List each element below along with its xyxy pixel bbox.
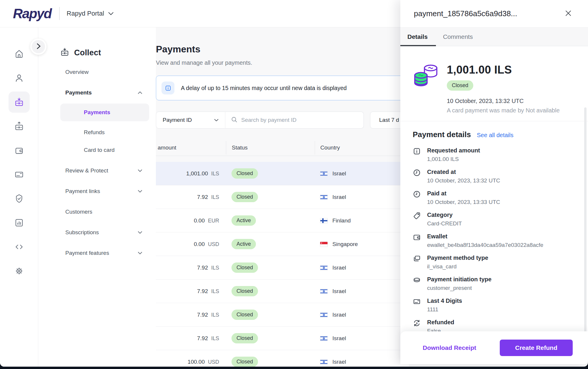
download-receipt-button[interactable]: Download Receipt [423,344,476,351]
currency-code: USD [208,241,219,247]
country-name: Israel [332,288,346,295]
sidebar-item-code[interactable] [9,236,30,257]
sidebar-item-label: Refunds [84,129,105,136]
see-all-details-link[interactable]: See all details [477,132,514,139]
collect-header: Collect [60,47,156,58]
sidebar-item-gear[interactable] [9,260,30,282]
sidebar-item-card-to-card[interactable]: Card to card [38,144,156,157]
sidebar-expand-button[interactable] [30,39,46,55]
detail-value: 1,001.00 ILS [427,156,480,162]
collect-sidebar: Collect OverviewPaymentsPaymentsRefundsC… [38,27,156,367]
sidebar-item-customers[interactable]: Customers [38,205,156,218]
sidebar-item-card[interactable] [9,164,30,185]
tab-details[interactable]: Details [400,28,436,46]
search-input[interactable] [241,117,358,123]
create-refund-button[interactable]: Create Refund [500,340,573,356]
search-field-selector[interactable]: Payment ID [156,112,225,129]
portal-switcher-label: Rapyd Portal [67,10,104,17]
status-badge: Active [231,239,256,249]
table-body: 1,001.00ILSClosedIsrael7.92ILSClosedIsra… [156,162,409,367]
currency-code: ILS [211,312,219,318]
country-cell: Israel [315,312,409,318]
detail-label: Payment method type [427,254,488,262]
table-row[interactable]: 7.92ILSClosedIsrael [156,303,409,327]
panel-header: payment_185786a5c6a9d38... [400,0,588,27]
table-row[interactable]: 7.92ILSClosedIsrael [156,185,409,209]
detail-item: Ewalletewallet_be4ba8f13da40caa59a7e0302… [413,233,576,248]
panel-scrollbar[interactable] [584,107,587,335]
payout-icon [14,121,24,131]
payment-summary: 1,001.00 ILS Closed 10 October, 2023, 13… [400,46,588,121]
sidebar-item-collect[interactable] [9,92,30,113]
israel-flag-icon [320,336,328,341]
currency-code: USD [208,359,219,365]
svg-text:$: $ [416,322,418,325]
currency-code: ILS [211,171,219,177]
table-row[interactable]: 100.00USDClosedIsrael [156,350,409,367]
sidebar-item-payments[interactable]: Payments [60,104,149,121]
sidebar-item-label: Subscriptions [65,229,99,236]
sidebar-item-user[interactable] [9,67,30,89]
tab-comments[interactable]: Comments [436,28,481,46]
sidebar-item-home[interactable] [9,43,30,64]
column-header-status[interactable]: Status [226,141,315,154]
column-header-country[interactable]: Country [315,141,409,154]
country-cell: Israel [315,170,409,177]
sidebar-item-payout[interactable] [9,116,30,137]
detail-item: Requested amount1,001.00 ILS [413,147,576,162]
country-name: Finland [332,217,351,224]
sidebar-item-subscriptions[interactable]: Subscriptions [38,226,156,239]
amount-value: 100.00 [188,359,205,365]
amount-value: 7.92 [197,194,208,200]
table-row[interactable]: 7.92ILSClosedIsrael [156,256,409,280]
table-row[interactable]: 0.00EURActiveFinland [156,209,409,232]
filters-row: Payment ID Last 7 d [156,112,409,129]
finland-flag-icon [320,218,328,223]
status-cell: Closed [226,310,315,320]
amount-cell: 7.92ILS [156,194,226,200]
table-row[interactable]: 7.92ILSClosedIsrael [156,327,409,350]
payment-description: A card payment was made by Not available [447,107,560,114]
column-header-amount[interactable]: amount [156,141,226,154]
israel-flag-icon [320,359,328,365]
status-cell: Closed [226,262,315,273]
main-content: Payments View and manage all your paymen… [156,27,409,367]
collect-icon [14,97,24,107]
code-icon [14,242,24,252]
sidebar-item-payments[interactable]: Payments [38,86,156,99]
sidebar-item-review-protect[interactable]: Review & Protect [38,164,156,177]
sidebar-item-label: Customers [65,209,92,215]
table-row[interactable]: 0.00USDActiveSingapore [156,232,409,256]
amount-cell: 100.00USD [156,359,226,365]
sidebar-item-refunds[interactable]: Refunds [38,126,156,139]
detail-label: Created at [427,168,500,176]
detail-item: Last 4 Digits1111 [413,297,576,313]
detail-value: 10 October, 2023, 13:32 UTC [427,177,500,184]
israel-flag-icon [320,312,328,318]
sidebar-item-label: Payment features [65,250,109,256]
sidebar-item-overview[interactable]: Overview [38,66,156,79]
amount-cell: 0.00EUR [156,217,226,224]
sidebar-item-payment-links[interactable]: Payment links [38,185,156,198]
status-badge: Closed [447,80,473,91]
info-icon [161,82,174,94]
portal-switcher[interactable]: Rapyd Portal [67,10,114,17]
detail-value: customer_present [427,285,492,291]
detail-label: Paid at [427,190,500,197]
close-button[interactable] [565,10,572,18]
status-cell: Closed [226,286,315,296]
detail-label: Refunded [427,319,454,326]
sidebar-item-shield-check[interactable] [9,188,30,209]
sidebar-item-bar-chart[interactable] [9,212,30,233]
date-range-label: Last 7 d [379,117,399,123]
detail-label: Ewallet [427,233,543,240]
sidebar-item-wallet[interactable] [9,140,30,161]
search-icon [231,117,237,124]
table-row[interactable]: 1,001.00ILSClosedIsrael [156,162,409,185]
country-name: Israel [332,194,346,200]
refund-icon: $ [413,319,421,327]
app-window: Rapyd Rapyd Portal Collect OverviewPayme… [0,0,588,367]
detail-value: Card-CREDIT [427,220,462,227]
sidebar-item-payment-features[interactable]: Payment features [38,247,156,260]
table-row[interactable]: 7.92ILSClosedIsrael [156,280,409,303]
